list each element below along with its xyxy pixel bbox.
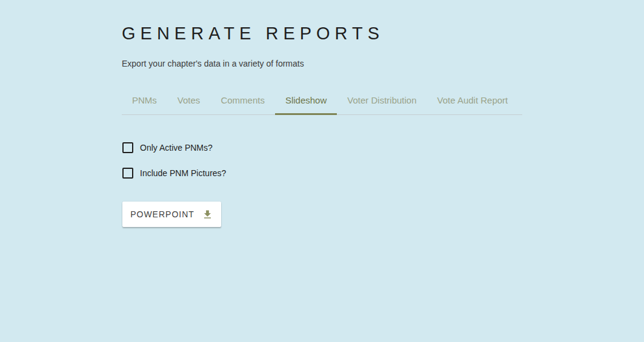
tab-vote-audit-report[interactable]: Vote Audit Report	[427, 85, 519, 114]
tab-comments[interactable]: Comments	[210, 85, 275, 114]
include-pnm-pictures-label: Include PNM Pictures?	[140, 168, 226, 178]
powerpoint-download-button[interactable]: POWERPOINT	[122, 202, 221, 227]
download-icon	[202, 209, 213, 220]
include-pnm-pictures-row: Include PNM Pictures?	[122, 168, 522, 179]
only-active-pnms-label: Only Active PNMs?	[140, 143, 213, 153]
only-active-pnms-checkbox[interactable]	[122, 142, 133, 153]
report-tabs: PNMs Votes Comments Slideshow Voter Dist…	[122, 85, 522, 115]
tab-votes[interactable]: Votes	[167, 85, 211, 114]
only-active-pnms-row: Only Active PNMs?	[122, 142, 522, 153]
powerpoint-button-label: POWERPOINT	[130, 209, 194, 219]
page-subtitle: Export your chapter's data in a variety …	[122, 59, 522, 68]
tab-voter-distribution[interactable]: Voter Distribution	[337, 85, 427, 114]
slideshow-tab-panel: Only Active PNMs? Include PNM Pictures? …	[122, 142, 522, 227]
page-title: GENERATE REPORTS	[122, 25, 522, 42]
include-pnm-pictures-checkbox[interactable]	[122, 168, 133, 179]
tab-pnms[interactable]: PNMs	[122, 85, 167, 114]
tab-slideshow[interactable]: Slideshow	[275, 85, 337, 114]
generate-reports-page: GENERATE REPORTS Export your chapter's d…	[122, 0, 522, 227]
